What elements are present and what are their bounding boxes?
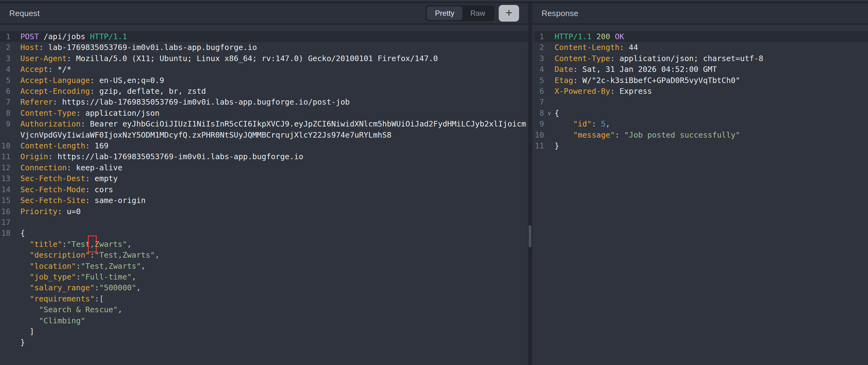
line-number: 3 xyxy=(0,53,10,64)
pretty-tab[interactable]: Pretty xyxy=(427,6,462,20)
request-editor[interactable]: 1POST /api/jobs HTTP/1.12Host: lab-17698… xyxy=(0,25,528,365)
gutter-spacer xyxy=(10,250,20,260)
gutter-spacer xyxy=(544,64,555,75)
code-text: Origin: https://lab-1769835053769-im0v0i… xyxy=(20,151,528,162)
line-number xyxy=(0,239,10,250)
line-number: 5 xyxy=(0,75,10,86)
code-text: ] xyxy=(20,326,528,337)
line-number: 6 xyxy=(0,86,10,96)
code-text: Content-Type: application/json; charset=… xyxy=(555,53,868,64)
gutter-spacer xyxy=(10,272,20,282)
code-line: "salary_range":"500000", xyxy=(0,282,528,293)
code-text: Accept-Encoding: gzip, deflate, br, zstd xyxy=(20,86,528,96)
code-text: Accept-Language: en-US,en;q=0.9 xyxy=(20,75,528,86)
code-text: Connection: keep-alive xyxy=(20,162,528,173)
gutter-spacer xyxy=(10,151,20,162)
line-number: 4 xyxy=(0,64,10,75)
gutter-spacer xyxy=(544,96,555,107)
line-number: 8 xyxy=(534,108,544,118)
gutter-spacer xyxy=(544,86,555,96)
add-view-button[interactable]: + xyxy=(499,5,519,22)
code-line: 10 "message": "Job posted successfully" xyxy=(534,130,868,140)
line-number: 15 xyxy=(0,195,10,206)
line-number: 7 xyxy=(0,96,10,107)
gutter-spacer xyxy=(10,228,20,238)
line-number: 8 xyxy=(0,108,10,118)
code-text: Content-Length: 44 xyxy=(555,42,868,53)
code-text: Sec-Fetch-Site: same-origin xyxy=(20,195,528,206)
gutter-spacer xyxy=(10,304,20,315)
gutter-spacer xyxy=(10,184,20,195)
code-line: 11} xyxy=(534,140,868,151)
code-line: 12Connection: keep-alive xyxy=(0,162,528,173)
line-number: 12 xyxy=(0,162,10,173)
gutter-spacer xyxy=(10,315,20,326)
code-text: Content-Length: 169 xyxy=(20,140,528,151)
line-number xyxy=(0,272,10,282)
code-line: "description":"Test,Zwarts", xyxy=(0,250,528,260)
code-text: Date: Sat, 31 Jan 2026 04:52:00 GMT xyxy=(555,64,868,75)
request-panel: Request Pretty Raw + 1POST /api/jobs HTT… xyxy=(0,3,528,365)
line-number: 18 xyxy=(0,228,10,238)
line-number: 5 xyxy=(534,75,544,86)
code-text: POST /api/jobs HTTP/1.1 xyxy=(20,31,528,42)
code-line: 10Content-Length: 169 xyxy=(0,140,528,151)
code-line: 15Sec-Fetch-Site: same-origin xyxy=(0,195,528,206)
line-number xyxy=(0,326,10,337)
gutter-spacer xyxy=(10,75,20,86)
gutter-spacer xyxy=(10,108,20,118)
line-number xyxy=(0,282,10,293)
code-line: 17 xyxy=(0,217,528,228)
line-number: 14 xyxy=(0,184,10,195)
code-text: { xyxy=(555,108,868,118)
line-number xyxy=(0,304,10,315)
code-line: 6Accept-Encoding: gzip, deflate, br, zst… xyxy=(0,86,528,96)
code-line: 4Accept: */* xyxy=(0,64,528,75)
gutter-spacer xyxy=(10,140,20,151)
code-text: } xyxy=(555,140,868,151)
gutter-spacer xyxy=(544,118,555,129)
gutter-spacer xyxy=(10,326,20,337)
http-message-viewer: Request Pretty Raw + 1POST /api/jobs HTT… xyxy=(0,0,868,365)
collapse-chevron-icon[interactable]: ∨ xyxy=(544,108,555,118)
code-line: 16Priority: u=0 xyxy=(0,206,528,217)
gutter-spacer xyxy=(10,162,20,173)
code-line: 11Origin: https://lab-1769835053769-im0v… xyxy=(0,151,528,162)
code-text: "Search & Rescue", xyxy=(20,304,528,315)
request-header: Request Pretty Raw + xyxy=(0,3,528,25)
plus-icon: + xyxy=(505,7,512,19)
code-text xyxy=(20,217,528,228)
line-number: 11 xyxy=(0,151,10,162)
gutter-spacer xyxy=(10,31,20,42)
line-number xyxy=(0,261,10,272)
gutter-spacer xyxy=(544,130,555,140)
code-line: 6X-Powered-By: Express xyxy=(534,86,868,96)
line-number xyxy=(0,337,10,348)
code-text: "message": "Job posted successfully" xyxy=(555,130,868,140)
gutter-spacer xyxy=(10,86,20,96)
code-line: ] xyxy=(0,326,528,337)
code-text: Accept: */* xyxy=(20,64,528,75)
gutter-spacer xyxy=(544,140,555,151)
response-panel: Response 1HTTP/1.1 200 OK2Content-Length… xyxy=(532,3,868,365)
code-line: "Search & Rescue", xyxy=(0,304,528,315)
code-text: Content-Type: application/json xyxy=(20,108,528,118)
code-text: Etag: W/"2c-k3siBbefC+GPaD0R5vyVqTbtCh0" xyxy=(555,75,868,86)
request-scrollbar-thumb[interactable] xyxy=(529,225,531,248)
code-line: 1HTTP/1.1 200 OK xyxy=(534,31,868,42)
code-text xyxy=(555,96,868,107)
gutter-spacer xyxy=(10,118,20,140)
code-line: 8∨{ xyxy=(534,108,868,118)
gutter-spacer xyxy=(10,53,20,64)
code-line: 13Sec-Fetch-Dest: empty xyxy=(0,173,528,184)
line-number: 4 xyxy=(534,64,544,75)
response-editor[interactable]: 1HTTP/1.1 200 OK2Content-Length: 443Cont… xyxy=(532,25,868,365)
code-text: } xyxy=(20,337,528,348)
code-text: X-Powered-By: Express xyxy=(555,86,868,96)
window-top-strip xyxy=(0,0,868,3)
raw-tab[interactable]: Raw xyxy=(462,6,493,20)
line-number: 7 xyxy=(534,96,544,107)
code-line: 2Content-Length: 44 xyxy=(534,42,868,53)
line-number xyxy=(0,293,10,304)
line-number: 1 xyxy=(0,31,10,42)
